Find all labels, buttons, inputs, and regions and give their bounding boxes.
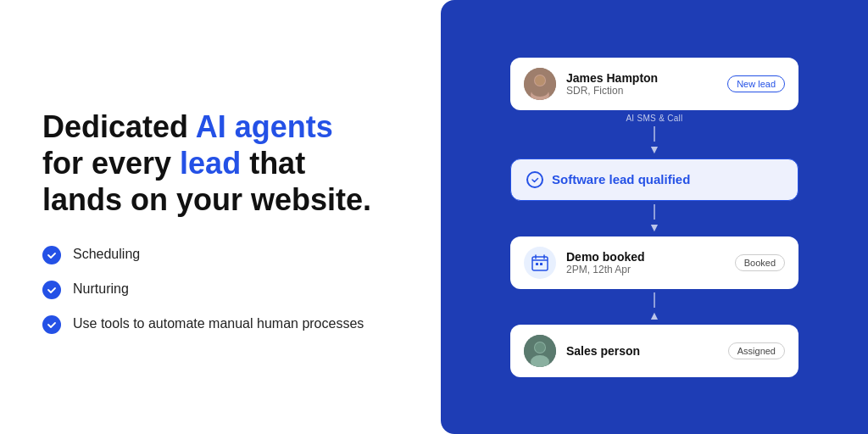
connector-label-ai: AI SMS & Call (626, 114, 682, 123)
connector-line-2 (654, 204, 655, 220)
badge-new-lead: New lead (727, 75, 785, 92)
svg-rect-6 (536, 263, 538, 265)
check-icon-automate (42, 315, 61, 334)
feature-item-nurturing: Nurturing (42, 280, 398, 299)
badge-assigned: Assigned (728, 342, 785, 359)
card-sales-info: Sales person (566, 344, 718, 358)
connector-1: AI SMS & Call ▼ (626, 110, 682, 159)
card-james-hampton: James Hampton SDR, Fiction New lead (510, 58, 798, 110)
svg-point-4 (531, 86, 548, 97)
avatar-demo (524, 247, 556, 279)
avatar-sales (524, 335, 556, 367)
card-demo-name: Demo booked (566, 250, 725, 264)
connector-line-3 (654, 292, 655, 308)
check-icon-scheduling (42, 246, 61, 264)
features-list: Scheduling Nurturing Use tools to automa… (42, 245, 398, 334)
connector-3: ▲ (648, 289, 660, 325)
card-demo-booked: Demo booked 2PM, 12th Apr Booked (510, 236, 798, 289)
connector-2: ▼ (648, 201, 660, 236)
avatar-james (524, 68, 556, 100)
feature-text-scheduling: Scheduling (73, 245, 140, 264)
card-james-name: James Hampton (566, 71, 717, 85)
feature-item-scheduling: Scheduling (42, 245, 398, 264)
flow-container: James Hampton SDR, Fiction New lead AI S… (510, 58, 798, 377)
card-demo-sub: 2PM, 12th Apr (566, 264, 725, 275)
connector-line-1 (654, 126, 655, 142)
svg-point-11 (535, 342, 545, 353)
connector-arrow-3: ▲ (648, 309, 660, 321)
feature-item-automate: Use tools to automate manual human proce… (42, 314, 398, 334)
left-panel: Dedicated AI agents for every lead that … (0, 0, 441, 434)
card-james-info: James Hampton SDR, Fiction (566, 71, 717, 97)
card-demo-info: Demo booked 2PM, 12th Apr (566, 250, 725, 275)
connector-arrow-2: ▼ (648, 221, 660, 233)
headline: Dedicated AI agents for every lead that … (42, 108, 398, 219)
svg-rect-7 (540, 263, 542, 265)
check-icon-nurturing (42, 281, 61, 299)
qualified-text: Software lead qualified (552, 172, 690, 186)
check-circle-icon (526, 171, 543, 188)
card-qualified: Software lead qualified (510, 159, 798, 201)
connector-arrow-1: ▼ (648, 143, 660, 155)
badge-booked: Booked (735, 254, 785, 271)
svg-point-3 (535, 75, 545, 86)
headline-ai-agents: AI agents (196, 109, 333, 144)
feature-text-automate: Use tools to automate manual human proce… (73, 314, 364, 333)
card-sales-person: Sales person Assigned (510, 325, 798, 377)
headline-lead: lead (180, 146, 241, 181)
right-panel: James Hampton SDR, Fiction New lead AI S… (441, 0, 868, 434)
card-james-sub: SDR, Fiction (566, 85, 717, 97)
card-sales-name: Sales person (566, 344, 718, 358)
feature-text-nurturing: Nurturing (73, 280, 129, 298)
